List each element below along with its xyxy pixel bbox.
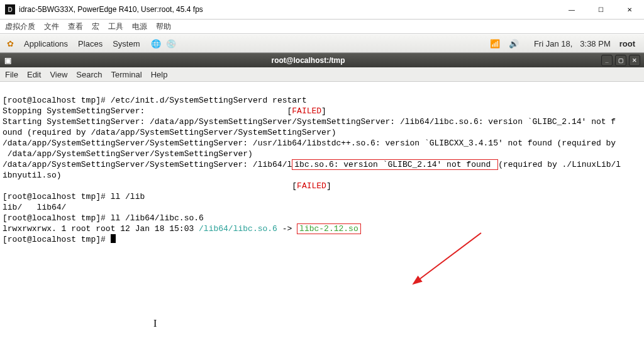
output-text: lrwxrwxrwx. 1 root root 12 Jan 18 15:03 — [3, 224, 199, 234]
output-text: /data/app/SystemSettingServer/SystemSett… — [3, 149, 253, 159]
term-menu-help[interactable]: Help — [151, 70, 168, 79]
command-text: ll /lib — [111, 192, 145, 201]
terminal-output[interactable]: [root@localhost tmp]# /etc/init.d/System… — [0, 82, 644, 350]
menu-virtual-media[interactable]: 虚拟介质 — [5, 21, 35, 32]
output-text: [ — [3, 181, 297, 191]
terminal-title: root@localhost:/tmp — [15, 56, 601, 65]
panel-system[interactable]: System — [108, 39, 145, 48]
disk-icon[interactable]: 💿 — [165, 37, 177, 50]
windows-titlebar: D idrac-5BWG33X, PowerEdge R410, User:ro… — [0, 0, 644, 20]
output-text: Stopping SystemSettingServer: [ — [3, 106, 292, 116]
output-text: /data/app/SystemSettingServer/SystemSett… — [3, 138, 616, 148]
menu-tools[interactable]: 工具 — [108, 21, 123, 32]
terminal-titlebar: ▣ root@localhost:/tmp _ ▢ ✕ — [0, 53, 644, 67]
prompt: [root@localhost tmp]# — [3, 192, 111, 201]
panel-places[interactable]: Places — [73, 39, 108, 48]
output-text: /data/app/SystemSettingServer/SystemSett… — [3, 160, 292, 169]
prompt: [root@localhost tmp]# — [3, 213, 111, 223]
menu-file[interactable]: 文件 — [44, 21, 59, 32]
command-text: /etc/init.d/SystemSettingServerd restart — [111, 96, 307, 105]
window-title: idrac-5BWG33X, PowerEdge R410, User:root… — [19, 5, 203, 14]
term-menu-terminal[interactable]: Terminal — [111, 70, 142, 79]
text-cursor-icon: I — [153, 318, 157, 329]
output-text: lib/ lib64/ — [3, 203, 66, 212]
idrac-menubar: 虚拟介质 文件 查看 宏 工具 电源 帮助 — [0, 20, 644, 34]
command-text: ll /lib64/libc.so.6 — [111, 213, 204, 223]
output-text: ound (required by /data/app/SystemSettin… — [3, 128, 336, 137]
output-text: Starting SystemSettingServer: /data/app/… — [3, 117, 616, 127]
menu-help[interactable]: 帮助 — [156, 21, 171, 32]
term-maximize-button[interactable]: ▢ — [615, 55, 626, 66]
symlink-target: libc-2.12.so — [297, 223, 361, 234]
status-failed: FAILED — [297, 181, 326, 191]
term-menu-file[interactable]: File — [5, 70, 18, 79]
panel-time[interactable]: 3:38 PM — [580, 39, 610, 48]
menu-power[interactable]: 电源 — [132, 21, 147, 32]
output-text: ] — [326, 181, 331, 191]
menu-view[interactable]: 查看 — [68, 21, 83, 32]
term-minimize-button[interactable]: _ — [601, 55, 613, 66]
status-failed: FAILED — [292, 106, 321, 116]
menu-macro[interactable]: 宏 — [92, 21, 99, 32]
close-button[interactable]: ✕ — [615, 0, 644, 19]
globe-icon[interactable]: 🌐 — [150, 37, 162, 50]
minimize-button[interactable]: — — [557, 0, 586, 19]
terminal-icon: ▣ — [0, 56, 15, 65]
term-close-button[interactable]: ✕ — [629, 55, 640, 66]
apps-icon: ✿ — [4, 37, 16, 50]
panel-date[interactable]: Fri Jan 18, — [534, 39, 572, 48]
term-menu-edit[interactable]: Edit — [27, 70, 41, 79]
cursor — [111, 234, 116, 243]
network-icon[interactable]: 📶 — [489, 37, 501, 50]
sound-icon[interactable]: 🔊 — [508, 37, 520, 50]
app-icon: D — [5, 4, 15, 14]
panel-user[interactable]: root — [614, 39, 640, 48]
term-menu-search[interactable]: Search — [76, 70, 102, 79]
terminal-menubar: File Edit View Search Terminal Help — [0, 67, 644, 82]
gnome-panel: ✿ Applications Places System 🌐 💿 📶 🔊 Fri… — [0, 34, 644, 53]
highlight-error: ibc.so.6: version `GLIBC_2.14' not found — [292, 159, 498, 170]
output-text: ] — [321, 106, 326, 116]
term-menu-view[interactable]: View — [50, 70, 67, 79]
symlink-source: /lib64/libc.so.6 — [199, 224, 277, 234]
annotation-arrow-icon — [412, 230, 487, 286]
maximize-button[interactable]: ☐ — [586, 0, 615, 19]
panel-applications[interactable]: Applications — [19, 39, 73, 48]
svg-line-0 — [418, 233, 481, 280]
prompt: [root@localhost tmp]# — [3, 235, 111, 244]
output-text: (required by ./LinuxLib/l — [498, 160, 621, 169]
output-text: -> — [277, 224, 297, 234]
output-text: ibnyutil.so) — [3, 171, 62, 180]
prompt: [root@localhost tmp]# — [3, 96, 111, 105]
